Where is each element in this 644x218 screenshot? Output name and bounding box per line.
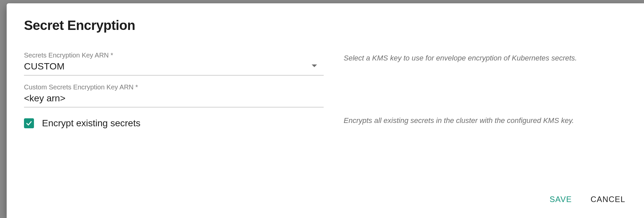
arn-select-row: Secrets Encryption Key ARN * CUSTOM Cust… (24, 52, 627, 107)
encrypt-existing-row: Encrypt existing secrets Encrypts all ex… (24, 114, 627, 129)
custom-arn-input[interactable]: <key arn> (24, 93, 324, 107)
dialog-title: Secret Encryption (24, 18, 627, 33)
arn-select-help: Select a KMS key to use for envelope enc… (344, 53, 627, 63)
arn-select-label: Secrets Encryption Key ARN * (24, 52, 324, 59)
save-button[interactable]: SAVE (548, 193, 573, 206)
cancel-button[interactable]: CANCEL (589, 193, 627, 206)
custom-arn-value: <key arn> (24, 93, 66, 103)
encrypt-existing-label: Encrypt existing secrets (42, 118, 141, 129)
custom-arn-label: Custom Secrets Encryption Key ARN * (24, 83, 324, 91)
chevron-down-icon (312, 64, 317, 67)
arn-select[interactable]: CUSTOM (24, 61, 324, 75)
dialog-actions: SAVE CANCEL (24, 181, 627, 206)
arn-select-value: CUSTOM (24, 61, 65, 71)
secret-encryption-dialog: Secret Encryption Secrets Encryption Key… (7, 3, 644, 218)
check-icon (25, 120, 33, 127)
encrypt-existing-checkbox[interactable] (24, 118, 34, 128)
encrypt-existing-help: Encrypts all existing secrets in the clu… (344, 115, 627, 126)
